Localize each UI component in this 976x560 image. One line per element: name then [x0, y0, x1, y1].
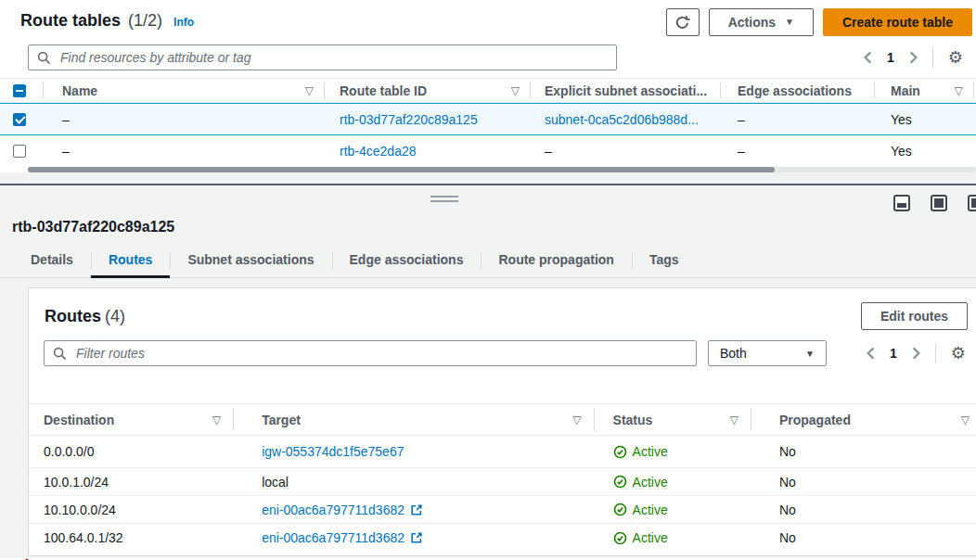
status-active-icon	[613, 531, 627, 545]
target-link[interactable]: eni-00ac6a797711d3682	[262, 530, 405, 545]
sort-icon[interactable]: ▽	[212, 414, 221, 426]
detail-panel-title: rtb-03d77af220c89a125	[0, 185, 976, 235]
column-header-status[interactable]: Status ▽	[595, 404, 751, 435]
column-label-edge-associations: Edge associations	[738, 83, 852, 98]
edge-associations-cell: –	[721, 104, 875, 134]
filter-scope-select[interactable]: Both ▼	[708, 340, 827, 366]
target-cell: local	[234, 468, 594, 495]
filter-routes-input[interactable]	[74, 345, 687, 362]
routes-title: Routes	[45, 307, 101, 325]
routes-filter-row: Both ▼ 1 ⚙	[29, 338, 976, 366]
actions-button-label: Actions	[728, 15, 776, 30]
panel-resize-handle[interactable]	[430, 196, 458, 205]
destination-cell: 0.0.0.0/0	[29, 436, 234, 467]
table-row[interactable]: – rtb-4ce2da28 – – Yes	[0, 135, 976, 167]
next-page-button[interactable]	[907, 49, 919, 66]
edit-routes-button[interactable]: Edit routes	[861, 302, 968, 330]
target-link[interactable]: igw-055374dc1f5e75e67	[262, 444, 404, 459]
column-header-name[interactable]: Name ▽	[44, 79, 325, 102]
external-link-icon[interactable]	[410, 531, 423, 544]
tab-subnet-associations[interactable]: Subnet associations	[170, 247, 331, 278]
header-buttons: Actions ▼ Create route table	[666, 8, 972, 36]
propagated-cell: No	[751, 496, 976, 523]
row-checkbox-unchecked[interactable]	[13, 145, 26, 158]
full-layout-icon[interactable]	[931, 195, 947, 211]
edge-associations-cell: –	[721, 135, 875, 167]
table-row[interactable]: – rtb-03d77af220c89a125 subnet-0ca5c2d06…	[0, 103, 976, 135]
create-route-table-button[interactable]: Create route table	[823, 8, 972, 36]
settings-gear-icon[interactable]: ⚙	[949, 345, 968, 362]
info-link[interactable]: Info	[173, 16, 194, 29]
chevron-down-icon: ▼	[805, 349, 815, 359]
refresh-button[interactable]	[666, 8, 700, 36]
search-icon	[37, 51, 51, 65]
sort-icon[interactable]: ▽	[511, 84, 520, 97]
list-toolbar: 1 ⚙	[0, 41, 976, 72]
horizontal-scrollbar	[0, 167, 976, 172]
toolbar-divider	[935, 343, 936, 363]
sort-icon[interactable]: ▽	[305, 84, 314, 97]
route-tables-table: Name ▽ Route table ID ▽ Explicit subnet …	[0, 78, 976, 167]
next-page-button[interactable]	[910, 345, 922, 362]
status-badge: Active	[613, 530, 668, 545]
external-link-icon[interactable]	[410, 503, 423, 516]
route-table-id-link[interactable]: rtb-03d77af220c89a125	[340, 112, 478, 127]
column-header-route-table-id[interactable]: Route table ID ▽	[325, 79, 531, 102]
tab-edge-associations[interactable]: Edge associations	[332, 247, 482, 278]
sort-icon[interactable]: ▽	[730, 414, 738, 426]
column-header-main[interactable]: Main ▽	[875, 79, 974, 102]
column-header-propagated[interactable]: Propagated ▽	[751, 404, 976, 435]
target-link[interactable]: eni-00ac6a797711d3682	[262, 503, 405, 517]
route-table-id-link[interactable]: rtb-4ce2da28	[340, 144, 417, 159]
column-label-destination: Destination	[44, 413, 114, 427]
explicit-subnet-cell: subnet-0ca5c2d06b988d...	[531, 104, 721, 134]
column-header-target[interactable]: Target ▽	[234, 404, 594, 435]
routes-card: Routes (4) Edit routes Both ▼	[28, 287, 976, 556]
subnet-link[interactable]: subnet-0ca5c2d06b988d...	[545, 112, 699, 127]
name-cell: –	[44, 104, 325, 134]
scrollbar-thumb[interactable]	[28, 167, 775, 172]
chevron-down-icon: ▼	[785, 18, 794, 27]
table-row: 100.64.0.1/32 eni-00ac6a797711d3682 Acti…	[29, 524, 976, 552]
status-badge: Active	[613, 444, 668, 459]
search-input[interactable]	[58, 49, 608, 66]
previous-page-button[interactable]	[862, 49, 874, 66]
split-side-layout-icon[interactable]	[968, 195, 976, 211]
chevron-left-icon	[864, 51, 872, 64]
filter-box	[44, 340, 697, 366]
sort-icon[interactable]: ▽	[572, 414, 581, 426]
row-checkbox-checked[interactable]	[13, 113, 26, 126]
status-cell: Active	[595, 524, 751, 552]
routes-pagination: 1 ⚙	[865, 343, 968, 363]
status-label: Active	[633, 503, 668, 517]
drag-handle-bar	[430, 196, 458, 197]
tab-routes[interactable]: Routes	[91, 247, 170, 278]
search-box	[28, 45, 617, 70]
settings-gear-icon[interactable]: ⚙	[946, 49, 965, 66]
refresh-icon	[674, 15, 690, 31]
sort-icon[interactable]: ▽	[955, 84, 963, 97]
target-cell: eni-00ac6a797711d3682	[234, 524, 594, 552]
table-row: 10.0.1.0/24 local Active No	[29, 468, 976, 496]
actions-button[interactable]: Actions ▼	[709, 8, 814, 36]
select-all-checkbox[interactable]	[13, 84, 26, 97]
previous-page-button[interactable]	[865, 345, 877, 362]
resource-count: (1/2)	[128, 11, 162, 31]
column-header-edge-associations[interactable]: Edge associations	[721, 79, 875, 102]
column-header-destination[interactable]: Destination ▽	[29, 404, 234, 435]
tab-tags[interactable]: Tags	[632, 247, 697, 278]
sort-icon[interactable]: ▽	[961, 414, 970, 426]
split-bottom-layout-icon[interactable]	[893, 195, 910, 211]
status-cell: Active	[595, 468, 751, 495]
propagated-cell: No	[751, 468, 976, 495]
column-label-route-table-id: Route table ID	[340, 83, 427, 98]
destination-cell: 100.64.0.1/32	[29, 524, 234, 552]
chevron-right-icon	[912, 347, 920, 360]
target-cell: igw-055374dc1f5e75e67	[234, 436, 594, 467]
tab-details[interactable]: Details	[13, 247, 91, 278]
split-gap	[0, 172, 976, 184]
panel-layout-controls	[893, 195, 976, 211]
column-header-explicit-subnet[interactable]: Explicit subnet associati...	[531, 79, 721, 102]
status-label: Active	[633, 530, 668, 545]
tab-route-propagation[interactable]: Route propagation	[481, 247, 631, 278]
